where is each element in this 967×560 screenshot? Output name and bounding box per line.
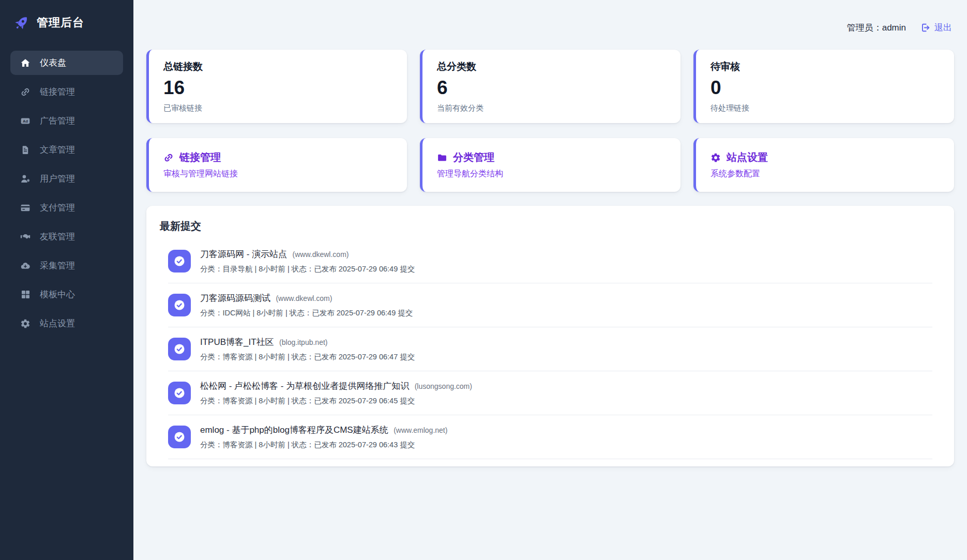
stat-subtitle: 当前有效分类: [437, 103, 666, 113]
submission-domain: (www.dkewl.com): [293, 250, 349, 259]
sidebar-item-templates[interactable]: 模板中心: [10, 282, 123, 307]
check-circle-icon: [168, 338, 191, 360]
grid-icon: [19, 290, 32, 300]
logout-icon: [920, 23, 930, 33]
quick-card-site-settings[interactable]: 站点设置 系统参数配置: [693, 138, 954, 192]
submission-meta: 分类：博客资源 | 8小时前 | 状态：已发布 2025-07-29 06:45…: [200, 396, 472, 406]
cloud-download-icon: [19, 261, 32, 271]
ad-icon: Ad: [19, 116, 32, 126]
submission-meta: 分类：博客资源 | 8小时前 | 状态：已发布 2025-07-29 06:43…: [200, 440, 447, 450]
sidebar-item-label: 广告管理: [40, 115, 75, 127]
folder-icon: [437, 153, 447, 163]
submission-title: emlog - 基于php的blog博客程序及CMS建站系统: [200, 425, 388, 435]
brand-title: 管理后台: [37, 15, 84, 31]
quick-card-title: 站点设置: [727, 150, 768, 164]
recent-submissions-list: 刀客源码网 - 演示站点 (www.dkewl.com) 分类：目录导航 | 8…: [158, 239, 943, 459]
quick-card-category-management[interactable]: 分类管理 管理导航分类结构: [420, 138, 681, 192]
submission-domain: (www.emlog.net): [394, 426, 447, 434]
sidebar-item-label: 模板中心: [40, 289, 75, 300]
sidebar-item-dashboard[interactable]: 仪表盘: [10, 51, 123, 75]
home-icon: [19, 58, 32, 68]
sidebar-item-users[interactable]: 用户管理: [10, 167, 123, 191]
recent-submissions-title: 最新提交: [158, 219, 943, 233]
stat-value: 0: [711, 77, 940, 99]
brand: 管理后台: [0, 0, 133, 43]
svg-text:Ad: Ad: [23, 119, 28, 124]
sidebar-nav: 仪表盘 链接管理 Ad 广告管理 文章管理 用户管: [0, 51, 133, 336]
quick-card-title: 分类管理: [453, 150, 494, 164]
rocket-logo-icon: [13, 14, 30, 31]
submission-row: ITPUB博客_IT社区 (blog.itpub.net) 分类：博客资源 | …: [168, 327, 932, 371]
sidebar: 管理后台 仪表盘 链接管理 Ad 广告管理 文: [0, 0, 133, 560]
sidebar-item-label: 仪表盘: [40, 57, 66, 69]
logout-button[interactable]: 退出: [920, 22, 952, 34]
submission-title: 刀客源码源码测试: [200, 293, 270, 303]
recent-submissions-card: 最新提交 刀客源码网 - 演示站点 (www.dkewl.com) 分类：目录导…: [146, 206, 954, 466]
link-icon: [163, 153, 174, 163]
gear-icon: [711, 153, 721, 163]
credit-card-icon: [19, 203, 32, 213]
link-icon: [19, 87, 32, 97]
submission-domain: (www.dkewl.com): [276, 294, 332, 302]
quick-card-subtitle: 系统参数配置: [711, 169, 940, 179]
submission-title: 刀客源码网 - 演示站点: [200, 249, 287, 259]
admin-label: 管理员：admin: [847, 22, 906, 34]
stat-subtitle: 已审核链接: [163, 103, 392, 113]
sidebar-item-label: 站点设置: [40, 317, 75, 329]
submission-meta: 分类：IDC网站 | 8小时前 | 状态：已发布 2025-07-29 06:4…: [200, 308, 413, 318]
sidebar-item-links[interactable]: 链接管理: [10, 80, 123, 104]
sidebar-item-label: 用户管理: [40, 173, 75, 185]
sidebar-item-ads[interactable]: Ad 广告管理: [10, 109, 123, 133]
sidebar-item-articles[interactable]: 文章管理: [10, 138, 123, 162]
stat-value: 6: [437, 77, 666, 99]
main-content: 管理员：admin 退出 总链接数 16 已审核链接 总分类数 6 当前有效分类…: [133, 0, 967, 560]
check-circle-icon: [168, 382, 191, 404]
check-circle-icon: [168, 294, 191, 316]
stat-value: 16: [163, 77, 392, 99]
user-gear-icon: [19, 174, 32, 184]
quick-card-subtitle: 管理导航分类结构: [437, 169, 666, 179]
sidebar-item-collect[interactable]: 采集管理: [10, 253, 123, 278]
sidebar-item-label: 友联管理: [40, 231, 75, 243]
sidebar-item-label: 链接管理: [40, 86, 75, 98]
submission-row: 刀客源码网 - 演示站点 (www.dkewl.com) 分类：目录导航 | 8…: [168, 239, 932, 283]
gear-icon: [19, 319, 32, 329]
submission-domain: (blog.itpub.net): [279, 338, 327, 346]
submission-meta: 分类：目录导航 | 8小时前 | 状态：已发布 2025-07-29 06:49…: [200, 264, 415, 274]
submission-domain: (lusongsong.com): [415, 382, 472, 390]
stat-title: 待审核: [711, 60, 940, 73]
submission-meta: 分类：博客资源 | 8小时前 | 状态：已发布 2025-07-29 06:47…: [200, 352, 415, 362]
sidebar-item-label: 支付管理: [40, 202, 75, 214]
stat-card-pending-review: 待审核 0 待处理链接: [693, 50, 954, 123]
submission-row: 刀客源码源码测试 (www.dkewl.com) 分类：IDC网站 | 8小时前…: [168, 283, 932, 327]
quick-card-subtitle: 审核与管理网站链接: [163, 169, 392, 179]
file-icon: [19, 145, 32, 155]
sidebar-item-friendlinks[interactable]: 友联管理: [10, 224, 123, 249]
sidebar-item-label: 采集管理: [40, 260, 75, 271]
sidebar-item-payments[interactable]: 支付管理: [10, 195, 123, 220]
handshake-icon: [19, 232, 32, 242]
submission-title: 松松网 - 卢松松博客 - 为草根创业者提供网络推广知识: [200, 381, 409, 391]
stat-subtitle: 待处理链接: [711, 103, 940, 113]
check-circle-icon: [168, 250, 191, 273]
stat-title: 总分类数: [437, 60, 666, 73]
submission-row: 松松网 - 卢松松博客 - 为草根创业者提供网络推广知识 (lusongsong…: [168, 371, 932, 415]
quick-card-link-management[interactable]: 链接管理 审核与管理网站链接: [146, 138, 407, 192]
topbar: 管理员：admin 退出: [146, 0, 954, 50]
submission-row: emlog - 基于php的blog博客程序及CMS建站系统 (www.emlo…: [168, 415, 932, 459]
sidebar-item-site-settings[interactable]: 站点设置: [10, 311, 123, 336]
stat-card-total-links: 总链接数 16 已审核链接: [146, 50, 407, 123]
submission-title: ITPUB博客_IT社区: [200, 337, 274, 347]
sidebar-item-label: 文章管理: [40, 144, 75, 156]
stats-row: 总链接数 16 已审核链接 总分类数 6 当前有效分类 待审核 0 待处理链接: [146, 50, 954, 123]
quick-card-title: 链接管理: [179, 150, 221, 164]
quick-links-row: 链接管理 审核与管理网站链接 分类管理 管理导航分类结构 站点设置 系统参数配置: [146, 138, 954, 192]
check-circle-icon: [168, 426, 191, 448]
stat-title: 总链接数: [163, 60, 392, 73]
logout-label: 退出: [934, 22, 952, 34]
stat-card-total-categories: 总分类数 6 当前有效分类: [420, 50, 681, 123]
